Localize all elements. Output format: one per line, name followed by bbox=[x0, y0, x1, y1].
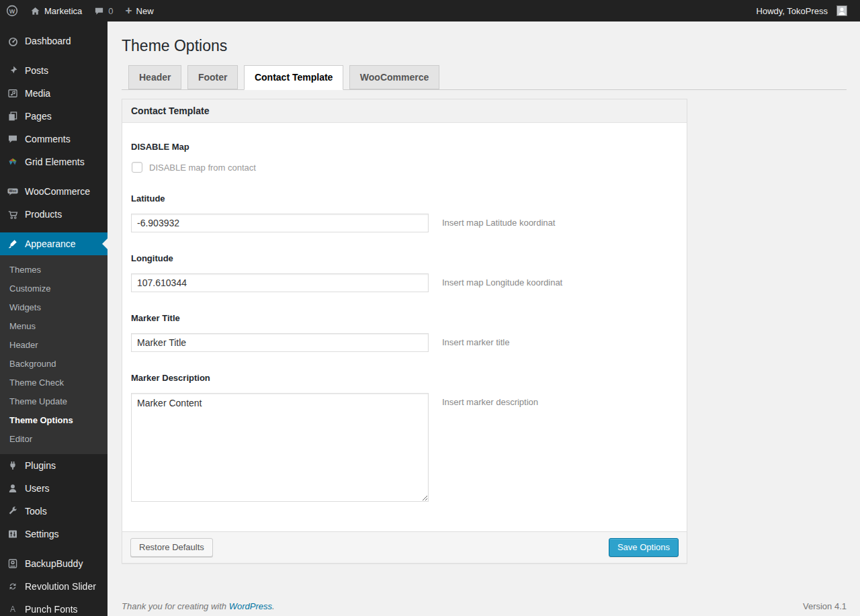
field-label-latitude: Latitude bbox=[131, 193, 678, 204]
page-title: Theme Options bbox=[122, 21, 847, 65]
current-menu-arrow bbox=[97, 238, 108, 249]
marker-description-textarea[interactable]: Marker Content bbox=[131, 393, 429, 502]
submenu-item-widgets[interactable]: Widgets bbox=[0, 298, 108, 317]
submenu-item-themes[interactable]: Themes bbox=[0, 261, 108, 279]
marker-title-hint: Insert marker title bbox=[442, 333, 509, 347]
menu-separator bbox=[0, 545, 108, 552]
media-icon bbox=[6, 88, 19, 99]
restore-defaults-button[interactable]: Restore Defaults bbox=[130, 538, 213, 557]
sidebar-item-label: WooCommerce bbox=[25, 186, 90, 197]
sidebar-item-plugins[interactable]: Plugins bbox=[0, 454, 108, 477]
sidebar-item-label: Media bbox=[25, 88, 50, 99]
submenu-item-background[interactable]: Background bbox=[0, 355, 108, 373]
tab-woocommerce[interactable]: WooCommerce bbox=[349, 65, 439, 89]
latitude-input[interactable] bbox=[131, 214, 429, 232]
tab-header[interactable]: Header bbox=[128, 65, 181, 89]
admin-sidebar: Dashboard Posts Media Pages bbox=[0, 21, 108, 616]
sidebar-item-dashboard[interactable]: Dashboard bbox=[0, 30, 108, 52]
sidebar-item-revolution-slider[interactable]: Revolution Slider bbox=[0, 575, 108, 598]
field-marker-description: Marker Description Marker Content Insert… bbox=[131, 373, 678, 502]
comments-menu[interactable]: 0 bbox=[88, 0, 119, 21]
sidebar-item-label: Posts bbox=[25, 65, 48, 76]
menu-separator bbox=[0, 173, 108, 180]
panel-footer: Restore Defaults Save Options bbox=[122, 531, 687, 563]
sidebar-item-users[interactable]: Users bbox=[0, 477, 108, 500]
longitude-input[interactable] bbox=[131, 273, 429, 292]
field-marker-title: Marker Title Insert marker title bbox=[131, 313, 678, 352]
sidebar-item-label: BackupBuddy bbox=[25, 558, 83, 569]
submenu-item-customize[interactable]: Customize bbox=[0, 279, 108, 298]
site-name: Marketica bbox=[44, 6, 82, 16]
site-name-menu[interactable]: Marketica bbox=[24, 0, 88, 21]
longitude-hint: Insert map Longitude koordinat bbox=[442, 273, 562, 288]
marker-title-input[interactable] bbox=[131, 333, 429, 352]
sidebar-item-settings[interactable]: Settings bbox=[0, 523, 108, 545]
sidebar-item-label: Users bbox=[25, 483, 50, 494]
marker-description-hint: Insert marker description bbox=[442, 393, 538, 407]
home-icon bbox=[30, 6, 40, 16]
tab-footer[interactable]: Footer bbox=[187, 65, 239, 89]
field-latitude: Latitude Insert map Latitude koordinat bbox=[131, 193, 678, 232]
sidebar-item-label: Settings bbox=[25, 529, 59, 539]
main-content: Theme Options Header Footer Contact Temp… bbox=[108, 21, 860, 616]
wordpress-link[interactable]: WordPress bbox=[229, 601, 272, 611]
sidebar-item-backupbuddy[interactable]: BackupBuddy bbox=[0, 552, 108, 575]
theme-options-tabs: Header Footer Contact Template WooCommer… bbox=[122, 65, 847, 90]
sidebar-item-appearance[interactable]: Appearance bbox=[0, 232, 108, 255]
field-label-disable-map: DISABLE Map bbox=[131, 142, 678, 152]
settings-icon bbox=[6, 529, 19, 539]
disable-map-checkbox-label: DISABLE map from contact bbox=[149, 163, 256, 173]
grid-elements-icon bbox=[6, 157, 19, 167]
sidebar-item-woocommerce[interactable]: Woo WooCommerce bbox=[0, 180, 108, 203]
sidebar-item-label: Plugins bbox=[25, 460, 56, 471]
pin-icon bbox=[6, 65, 19, 76]
latitude-hint: Insert map Latitude koordinat bbox=[442, 214, 555, 228]
wp-logo-menu[interactable]: W bbox=[0, 0, 24, 21]
users-icon bbox=[6, 483, 19, 494]
plugins-icon bbox=[6, 460, 19, 471]
sidebar-item-media[interactable]: Media bbox=[0, 82, 108, 105]
sidebar-item-grid-elements[interactable]: Grid Elements bbox=[0, 150, 108, 173]
svg-text:A: A bbox=[10, 605, 15, 614]
panel-body: DISABLE Map DISABLE map from contact Lat… bbox=[122, 123, 687, 531]
tab-contact-template[interactable]: Contact Template bbox=[244, 65, 343, 90]
howdy-text: Howdy, TokoPress bbox=[757, 6, 828, 16]
sidebar-item-label: Pages bbox=[25, 111, 52, 122]
disable-map-checkbox[interactable] bbox=[132, 162, 142, 173]
version-text: Version 4.1 bbox=[803, 601, 847, 611]
footer-thanks-suffix: . bbox=[272, 601, 275, 611]
sidebar-item-pages[interactable]: Pages bbox=[0, 105, 108, 128]
save-options-button[interactable]: Save Options bbox=[609, 538, 679, 557]
svg-text:Woo: Woo bbox=[9, 189, 17, 193]
sidebar-item-punch-fonts[interactable]: A Punch Fonts bbox=[0, 598, 108, 616]
punch-fonts-icon: A bbox=[6, 604, 19, 615]
submenu-item-theme-update[interactable]: Theme Update bbox=[0, 392, 108, 411]
user-avatar bbox=[836, 5, 847, 16]
sidebar-item-label: Comments bbox=[25, 134, 71, 144]
sidebar-item-posts[interactable]: Posts bbox=[0, 59, 108, 82]
comments-count: 0 bbox=[108, 6, 113, 16]
submenu-item-menus[interactable]: Menus bbox=[0, 317, 108, 336]
woocommerce-icon: Woo bbox=[6, 186, 19, 197]
submenu-item-editor[interactable]: Editor bbox=[0, 430, 108, 449]
sidebar-item-comments[interactable]: Comments bbox=[0, 128, 108, 150]
admin-bar: W Marketica 0 + New Howdy, TokoPress bbox=[0, 0, 860, 21]
sidebar-item-products[interactable]: Products bbox=[0, 203, 108, 226]
sidebar-item-tools[interactable]: Tools bbox=[0, 500, 108, 523]
field-longitude: Longitude Insert map Longitude koordinat bbox=[131, 253, 678, 292]
revolution-slider-icon bbox=[6, 581, 19, 592]
cart-icon bbox=[6, 209, 19, 220]
field-disable-map: DISABLE Map DISABLE map from contact bbox=[131, 142, 678, 173]
field-label-marker-title: Marker Title bbox=[131, 313, 678, 323]
sidebar-item-label: Punch Fonts bbox=[25, 604, 78, 615]
account-menu[interactable]: Howdy, TokoPress bbox=[750, 0, 853, 21]
submenu-item-header[interactable]: Header bbox=[0, 336, 108, 355]
submenu-item-theme-check[interactable]: Theme Check bbox=[0, 373, 108, 392]
new-label: New bbox=[136, 6, 154, 16]
new-content-menu[interactable]: + New bbox=[120, 0, 160, 21]
dashboard-icon bbox=[6, 36, 19, 47]
contact-template-panel: Contact Template DISABLE Map DISABLE map… bbox=[122, 99, 687, 564]
submenu-item-theme-options[interactable]: Theme Options bbox=[0, 411, 108, 430]
sidebar-item-label: Revolution Slider bbox=[25, 581, 96, 592]
tools-icon bbox=[6, 506, 19, 517]
